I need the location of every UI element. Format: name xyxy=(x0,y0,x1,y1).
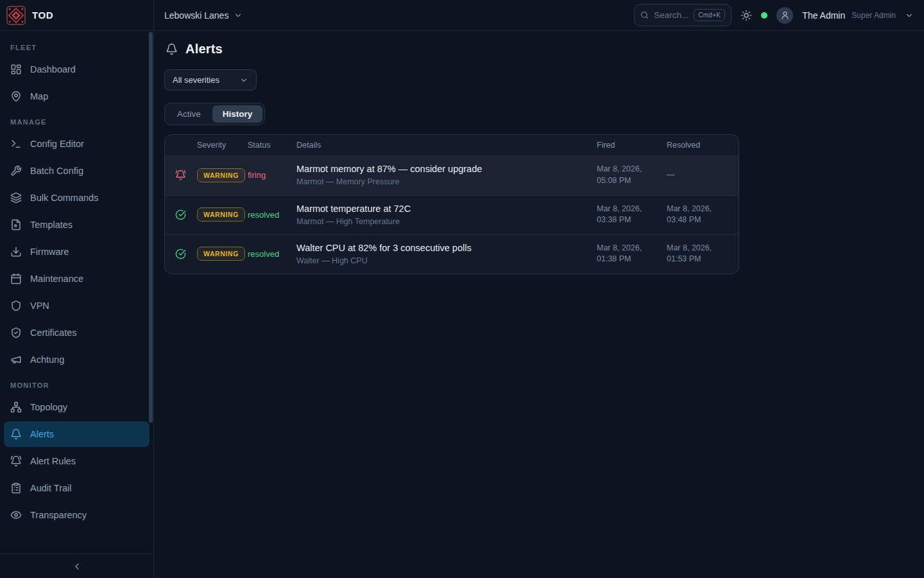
alerts-table-header: Severity Status Details Fired Resolved xyxy=(165,135,739,156)
sidebar-item-label: Dashboard xyxy=(30,64,76,74)
layers-icon xyxy=(10,192,22,204)
alert-title: Walter CPU at 82% for 3 consecutive poll… xyxy=(296,243,597,253)
sidebar-item-label: Achtung xyxy=(30,355,64,365)
status-text: resolved xyxy=(248,210,296,220)
sidebar-item-dashboard[interactable]: Dashboard xyxy=(4,57,150,82)
sidebar-item-label: Certificates xyxy=(30,328,77,338)
sidebar-item-certificates[interactable]: Certificates xyxy=(4,320,150,346)
sidebar-item-achtung[interactable]: Achtung xyxy=(4,347,150,372)
table-row[interactable]: WARNINGresolvedWalter CPU at 82% for 3 c… xyxy=(165,234,739,274)
page-title: Alerts xyxy=(185,42,223,57)
resolved-time: Mar 8, 2026, 03:48 PM xyxy=(667,204,722,226)
search-shortcut-badge: Cmd+K xyxy=(694,9,725,21)
sidebar-scrollbar[interactable] xyxy=(149,32,153,423)
resolved-time: — xyxy=(667,170,722,181)
sidebar-item-label: Bulk Commands xyxy=(30,193,98,203)
alert-title: Marmot memory at 87% — consider upgrade xyxy=(296,164,597,174)
main-content: Alerts All severities ActiveHistory Seve… xyxy=(154,0,924,274)
check-circle-icon xyxy=(175,249,186,259)
user-name: The Admin xyxy=(802,10,845,21)
bell-ring-icon xyxy=(175,170,186,180)
nav-section-label-manage: MANAGE xyxy=(0,110,153,130)
sidebar-nav: FLEETDashboardMapMANAGEConfig EditorBatc… xyxy=(0,31,153,554)
sidebar-item-audit-trail[interactable]: Audit Trail xyxy=(4,475,150,501)
alert-subtitle: Marmot — High Temperature xyxy=(296,217,597,226)
tab-history[interactable]: History xyxy=(212,105,263,123)
bell-icon xyxy=(166,43,178,55)
column-header-resolved: Resolved xyxy=(667,141,728,150)
app-name: TOD xyxy=(32,10,53,21)
sun-icon[interactable] xyxy=(740,10,752,21)
app-logo-row[interactable]: TOD xyxy=(0,0,153,31)
nav-section-label-fleet: FLEET xyxy=(0,36,153,55)
sidebar: TOD FLEETDashboardMapMANAGEConfig Editor… xyxy=(0,0,154,578)
search-placeholder: Search... xyxy=(654,10,689,20)
fired-time: Mar 8, 2026, 01:38 PM xyxy=(597,243,652,265)
sidebar-item-map[interactable]: Map xyxy=(4,83,150,109)
online-status-dot xyxy=(761,12,767,19)
page-header: Alerts xyxy=(166,42,914,57)
sidebar-item-label: Templates xyxy=(30,220,73,230)
sidebar-item-maintenance[interactable]: Maintenance xyxy=(4,266,150,292)
sidebar-item-alert-rules[interactable]: Alert Rules xyxy=(4,448,150,474)
sidebar-item-label: Alerts xyxy=(30,429,54,439)
severity-filter-select[interactable]: All severities xyxy=(164,69,257,91)
avatar[interactable] xyxy=(776,7,793,24)
sidebar-item-label: Audit Trail xyxy=(30,483,71,493)
sidebar-item-label: Maintenance xyxy=(30,274,83,284)
alert-details: Marmot temperature at 72CMarmot — High T… xyxy=(296,204,597,226)
dashboard-icon xyxy=(10,64,22,75)
status-text: firing xyxy=(248,170,296,180)
table-row[interactable]: WARNINGresolvedMarmot temperature at 72C… xyxy=(165,195,739,234)
wrench-icon xyxy=(10,165,22,177)
severity-badge: WARNING xyxy=(197,247,245,261)
alerts-table: Severity Status Details Fired Resolved W… xyxy=(164,134,739,274)
column-header-status: Status xyxy=(248,141,296,150)
sidebar-item-alerts[interactable]: Alerts xyxy=(4,421,150,447)
org-switcher[interactable]: Lebowski Lanes xyxy=(164,10,243,21)
topbar: Lebowski Lanes Search... Cmd+K The Admin… xyxy=(154,0,924,31)
terminal-icon xyxy=(10,138,22,150)
shield-check-icon xyxy=(10,327,22,338)
org-name: Lebowski Lanes xyxy=(164,10,228,21)
status-text: resolved xyxy=(248,249,296,259)
sidebar-item-templates[interactable]: Templates xyxy=(4,212,150,238)
severity-filter-value: All severities xyxy=(173,75,219,85)
chevron-left-icon[interactable] xyxy=(72,561,82,572)
sidebar-item-label: VPN xyxy=(30,301,49,311)
shield-icon xyxy=(10,300,22,311)
column-header-fired: Fired xyxy=(597,141,667,150)
severity-badge: WARNING xyxy=(197,207,245,222)
sidebar-item-label: Batch Config xyxy=(30,166,83,176)
tab-active[interactable]: Active xyxy=(167,105,211,123)
search-input[interactable]: Search... Cmd+K xyxy=(634,4,732,26)
table-row[interactable]: WARNINGfiringMarmot memory at 87% — cons… xyxy=(165,156,739,195)
bell-ring-icon xyxy=(10,455,22,467)
column-header-details: Details xyxy=(296,141,597,150)
resolved-time: Mar 8, 2026, 01:53 PM xyxy=(667,243,722,265)
sidebar-item-transparency[interactable]: Transparency xyxy=(4,502,150,528)
sidebar-item-bulk-commands[interactable]: Bulk Commands xyxy=(4,185,150,211)
alerts-table-body: WARNINGfiringMarmot memory at 87% — cons… xyxy=(165,156,739,274)
alerts-tabs: ActiveHistory xyxy=(164,103,265,125)
megaphone-icon xyxy=(10,354,22,365)
chevron-down-icon[interactable] xyxy=(905,11,914,20)
tod-logo-icon xyxy=(6,6,26,25)
sidebar-item-label: Topology xyxy=(30,402,67,412)
sidebar-item-config-editor[interactable]: Config Editor xyxy=(4,131,150,157)
alert-details: Marmot memory at 87% — consider upgradeM… xyxy=(296,164,597,186)
sidebar-item-firmware[interactable]: Firmware xyxy=(4,239,150,265)
fired-time: Mar 8, 2026, 05:08 PM xyxy=(597,164,652,186)
calendar-icon xyxy=(10,273,22,285)
chevron-down-icon xyxy=(239,76,248,85)
sidebar-item-batch-config[interactable]: Batch Config xyxy=(4,158,150,184)
nav-section-label-monitor: MONITOR xyxy=(0,374,153,393)
sidebar-item-label: Alert Rules xyxy=(30,456,76,466)
sidebar-item-topology[interactable]: Topology xyxy=(4,394,150,420)
sidebar-item-vpn[interactable]: VPN xyxy=(4,293,150,319)
alert-details: Walter CPU at 82% for 3 consecutive poll… xyxy=(296,243,597,265)
map-pin-icon xyxy=(10,91,22,102)
sidebar-item-label: Map xyxy=(30,91,48,101)
alert-subtitle: Marmot — Memory Pressure xyxy=(296,177,597,186)
user-icon xyxy=(780,10,790,20)
